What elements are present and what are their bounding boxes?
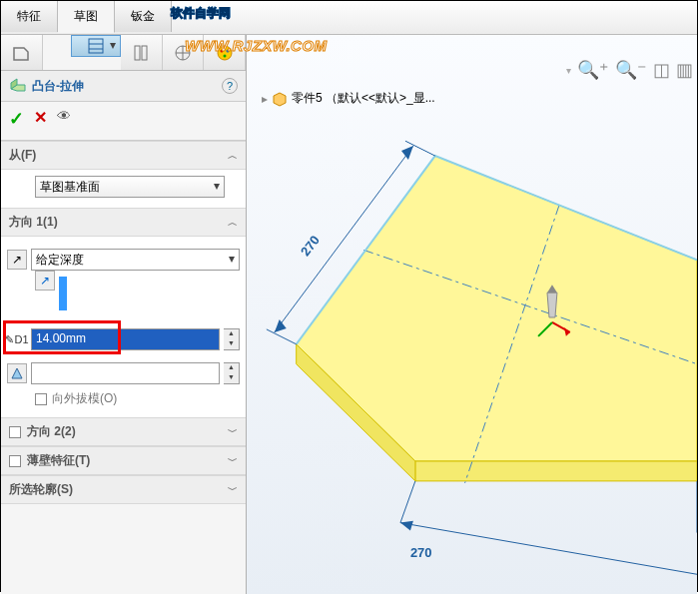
depth-input[interactable]: 14.00mm: [31, 328, 220, 350]
depth-spinner[interactable]: ▲▼: [224, 328, 240, 350]
tab-sketch[interactable]: 草图: [58, 1, 115, 33]
svg-point-10: [226, 49, 229, 52]
draft-icon[interactable]: [7, 363, 27, 383]
draft-outward-checkbox[interactable]: 向外拔模(O): [7, 390, 240, 407]
tab-sheetmetal[interactable]: 钣金: [115, 1, 172, 32]
svg-marker-29: [275, 319, 287, 332]
cancel-button[interactable]: ✕: [34, 108, 47, 130]
tab-featuremanager-icon[interactable]: [71, 35, 122, 57]
direction2-header[interactable]: 方向 2(2) ﹀: [1, 417, 246, 446]
part-name: 零件5 （默认<<默认>_显...: [292, 90, 435, 107]
extrude-icon: [9, 77, 27, 95]
chevron-down-icon: ﹀: [228, 483, 238, 497]
tab-appearance-icon[interactable]: [204, 35, 246, 70]
graphics-viewport[interactable]: 270 270: [247, 35, 697, 594]
expand-arrow-icon[interactable]: ▸: [262, 92, 268, 106]
svg-rect-3: [135, 46, 140, 60]
svg-rect-4: [142, 46, 147, 60]
depth-slider[interactable]: [59, 277, 67, 310]
direction1-header[interactable]: 方向 1(1) ︿: [1, 208, 246, 237]
draft-input[interactable]: [31, 362, 220, 384]
svg-line-24: [400, 523, 697, 575]
tab-propertymanager-icon[interactable]: [121, 35, 163, 70]
draft-spinner[interactable]: ▲▼: [224, 362, 240, 384]
direction-arrow-icon[interactable]: ↗: [35, 271, 55, 291]
svg-point-9: [220, 49, 223, 52]
feature-title: 凸台-拉伸: [32, 78, 84, 95]
depth-icon: ✎D1: [7, 329, 27, 349]
zoom-fit-icon[interactable]: 🔍⁺: [577, 59, 609, 81]
chevron-down-icon: ﹀: [228, 425, 238, 439]
svg-marker-13: [415, 461, 697, 481]
svg-point-8: [218, 46, 232, 60]
dimension-width: 270: [410, 545, 432, 560]
from-plane-select[interactable]: 草图基准面: [35, 176, 225, 198]
part-icon: [272, 91, 288, 107]
chevron-down-icon: ﹀: [228, 454, 238, 468]
from-header[interactable]: 从(F) ︿: [1, 141, 246, 170]
svg-marker-17: [547, 293, 557, 317]
reverse-direction-icon[interactable]: ↗: [7, 250, 27, 270]
help-icon[interactable]: ?: [222, 78, 238, 94]
tab-configmanager-icon[interactable]: [163, 35, 205, 70]
section-view-icon[interactable]: ▥: [676, 59, 693, 81]
dir2-checkbox[interactable]: [9, 426, 21, 438]
svg-line-22: [400, 481, 415, 523]
preview-icon[interactable]: 👁: [57, 108, 71, 130]
ok-button[interactable]: ✓: [9, 108, 24, 130]
chevron-up-icon: ︿: [228, 149, 238, 163]
svg-rect-0: [89, 39, 103, 53]
svg-marker-25: [400, 521, 413, 531]
tab-assembly-icon[interactable]: [1, 35, 43, 70]
svg-line-26: [267, 329, 297, 344]
svg-point-11: [223, 54, 226, 57]
dropdown-icon[interactable]: ▾: [566, 65, 571, 76]
view-cube-icon[interactable]: ◫: [653, 59, 670, 81]
tab-feature[interactable]: 特征: [1, 1, 58, 32]
dimension-depth: 270: [298, 233, 323, 259]
zoom-out-icon[interactable]: 🔍⁻: [615, 59, 647, 81]
end-condition-select[interactable]: 给定深度: [31, 249, 240, 271]
svg-marker-30: [401, 146, 413, 160]
thin-feature-header[interactable]: 薄壁特征(T) ﹀: [1, 446, 246, 475]
chevron-up-icon: ︿: [228, 216, 238, 230]
thin-checkbox[interactable]: [9, 455, 21, 467]
selected-contours-header[interactable]: 所选轮廓(S) ﹀: [1, 475, 246, 504]
